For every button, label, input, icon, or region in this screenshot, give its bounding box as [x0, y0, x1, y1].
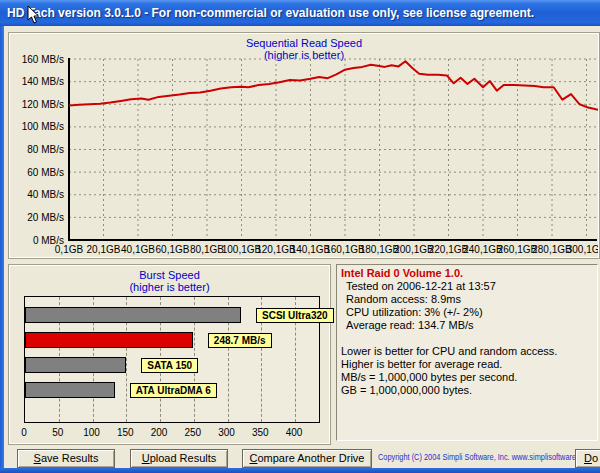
svg-text:20 MB/s: 20 MB/s — [27, 212, 64, 223]
legend-note-line: MB/s = 1,000,000 bytes per second. — [341, 371, 593, 384]
burst-bar-reference — [25, 357, 126, 373]
legend-note-line: GB = 1,000,000,000 bytes. — [341, 384, 593, 397]
hd-tach-window: HD Tach version 3.0.1.0 - For non-commer… — [0, 0, 600, 473]
burst-bar-label: 248.7 MB/s — [208, 333, 272, 348]
drive-stats: Tested on 2006-12-21 at 13:57Random acce… — [341, 280, 593, 332]
svg-text:0,1GB: 0,1GB — [55, 244, 84, 255]
svg-text:40,1GB: 40,1GB — [121, 244, 155, 255]
burst-bar-reference — [25, 382, 115, 398]
mouse-cursor-icon — [27, 5, 40, 25]
burst-axis-tick: 400 — [279, 427, 309, 438]
drive-stat-line: Random access: 8.9ms — [341, 293, 593, 306]
burst-bar-reference — [25, 307, 241, 323]
burst-axis-tick: 150 — [110, 427, 140, 438]
burst-bar-label: SCSI Ultra320 — [256, 308, 334, 323]
burst-axis-tick: 300 — [212, 427, 242, 438]
drive-stat-line: Average read: 134.7 MB/s — [341, 319, 593, 332]
sequential-read-chart: 160 MB/s140 MB/s120 MB/s100 MB/s80 MB/s6… — [10, 34, 598, 257]
svg-text:40 MB/s: 40 MB/s — [27, 189, 64, 200]
svg-text:300,1GB: 300,1GB — [567, 244, 598, 255]
burst-axis-tick: 200 — [144, 427, 174, 438]
legend-note-line: Lower is better for CPU and random acces… — [341, 345, 593, 358]
burst-axis-tick: 0 — [9, 427, 39, 438]
window-border-bottom — [0, 468, 600, 473]
burst-bar-label: ATA UltraDMA 6 — [130, 383, 217, 398]
drive-info-panel: Intel Raid 0 Volume 1.0. Tested on 2006-… — [336, 264, 598, 441]
burst-chart-title: Burst Speed — [10, 269, 329, 281]
done-button[interactable]: Do — [575, 449, 600, 468]
window-title: HD Tach version 3.0.1.0 - For non-commer… — [7, 6, 534, 20]
compare-another-drive-button[interactable]: Compare Another Drive — [242, 449, 372, 468]
svg-text:120 MB/s: 120 MB/s — [22, 99, 64, 110]
svg-text:100 MB/s: 100 MB/s — [22, 121, 64, 132]
burst-chart-plot: SCSI Ultra320248.7 MB/sSATA 150ATA Ultra… — [24, 296, 320, 423]
burst-axis-tick: 250 — [178, 427, 208, 438]
burst-bar-current-drive — [25, 332, 193, 348]
burst-bar-label: SATA 150 — [141, 358, 198, 373]
burst-axis-tick: 50 — [43, 427, 73, 438]
drive-stat-line: CPU utilization: 3% (+/- 2%) — [341, 306, 593, 319]
svg-text:60 MB/s: 60 MB/s — [27, 167, 64, 178]
burst-axis-tick: 350 — [245, 427, 275, 438]
window-border-left — [0, 26, 4, 473]
save-results-button[interactable]: Save Results — [17, 449, 115, 468]
copyright-text: Copyright (C) 2004 Simpli Software, Inc.… — [378, 452, 567, 462]
drive-stat-line: Tested on 2006-12-21 at 13:57 — [341, 280, 593, 293]
burst-axis-tick: 100 — [77, 427, 107, 438]
burst-speed-panel: Burst Speed (higher is better) SCSI Ultr… — [8, 264, 331, 445]
legend-note-line: Higher is better for average read. — [341, 358, 593, 371]
upload-results-button[interactable]: Upload Results — [130, 449, 228, 468]
drive-name: Intel Raid 0 Volume 1.0. — [341, 267, 593, 280]
svg-text:80 MB/s: 80 MB/s — [27, 144, 64, 155]
svg-text:160 MB/s: 160 MB/s — [22, 54, 64, 65]
chart-legend-notes: Lower is better for CPU and random acces… — [341, 345, 593, 397]
svg-text:80,1GB: 80,1GB — [190, 244, 224, 255]
title-bar[interactable]: HD Tach version 3.0.1.0 - For non-commer… — [0, 0, 600, 26]
burst-chart-subtitle: (higher is better) — [10, 281, 329, 293]
svg-text:140 MB/s: 140 MB/s — [22, 76, 64, 87]
svg-text:60,1GB: 60,1GB — [156, 244, 190, 255]
sequential-read-panel: Sequential Read Speed (higher is better)… — [8, 32, 600, 259]
svg-text:20,1GB: 20,1GB — [87, 244, 121, 255]
